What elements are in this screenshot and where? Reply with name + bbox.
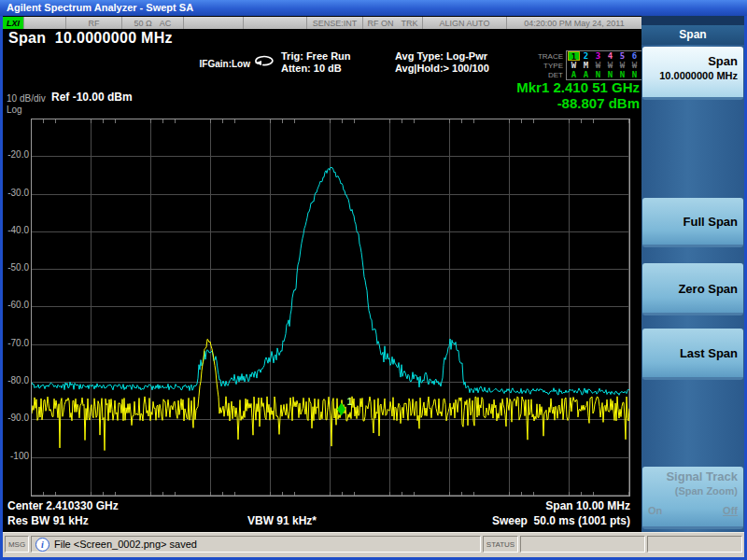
y-axis-label: -90.0	[5, 413, 29, 423]
sidebar-top-strip	[641, 16, 744, 25]
rf-label: RF	[89, 19, 100, 28]
log-label: Log	[7, 105, 22, 115]
trace-plot: 1	[32, 119, 629, 496]
trace-5-number: 5	[616, 51, 628, 61]
spectrum-analyzer-app: { "title_bar": { "title": "Agilent Spect…	[0, 0, 747, 560]
footer-center-freq: Center 2.410330 GHz	[7, 499, 119, 512]
trace-6-type: W	[628, 61, 641, 70]
trace-det-row: A A N N N N	[568, 70, 641, 79]
trace-label: TRACE	[526, 52, 563, 62]
signal-track-off-option: Off	[723, 505, 738, 516]
marker-readout-level: -88.807 dBm	[516, 95, 640, 111]
ref-level-label: Ref -10.00 dBm	[51, 91, 133, 104]
marker-1-label: 1	[347, 396, 353, 407]
trk-label: TRK	[402, 19, 418, 28]
atten-label: Atten: 10 dB	[281, 63, 351, 75]
softkey-span-value: 10.0000000 MHz	[648, 69, 738, 82]
softkey-menu: Span Span 10.0000000 MHz Full Span Zero …	[641, 16, 744, 532]
trace-5-det: N	[616, 70, 628, 79]
footer-rbw: Res BW 91 kHz	[7, 514, 89, 527]
scale-label: 10 dB/div	[7, 93, 46, 104]
footer-vbw: VBW 91 kHz*	[247, 514, 317, 527]
softkey-zero-span[interactable]: Zero Span	[642, 263, 743, 315]
softkey-last-span[interactable]: Last Span	[642, 329, 743, 380]
y-axis-label: -20.0	[5, 149, 29, 160]
trace-2-det: A	[580, 70, 592, 79]
y-axis-label: -30.0	[5, 188, 29, 198]
message-text: File <Screen_0002.png> saved	[54, 539, 197, 550]
status-empty-box	[520, 536, 645, 553]
span-readout: Span 10.0000000 MHz	[8, 30, 173, 47]
title-bar: Agilent Spectrum Analyzer - Swept SA	[0, 0, 747, 16]
type-label: TYPE	[526, 62, 563, 71]
footer-span: Span 10.00 MHz	[545, 499, 630, 512]
marker-readout-freq: Mkr1 2.410 51 GHz	[516, 79, 640, 95]
y-axis-label: -60.0	[5, 300, 29, 310]
y-axis-label: -100	[5, 451, 29, 461]
status-strip: LXI RF 50 Ω AC SENSE:INT RF ON TRK ALIGN…	[3, 17, 641, 29]
trace-1-det: A	[568, 70, 580, 79]
trace-6-number: 6	[628, 51, 641, 61]
trigger-info: Trig: Free Run Atten: 10 dB	[281, 50, 351, 75]
trace-4-det: N	[604, 70, 616, 79]
avg-hold-label: Avg|Hold:> 100/100	[395, 63, 489, 75]
status-label: STATUS	[483, 536, 518, 553]
softkey-full-span-label: Full Span	[648, 215, 738, 230]
trace-4-type: W	[604, 61, 616, 70]
trace-legend: TRACE TYPE DET 1 2 3 4 5 6 W M W W W W	[526, 50, 642, 80]
sense-label: SENSE:INT	[313, 19, 358, 28]
y-axis-label: -70.0	[5, 338, 29, 348]
status-segment-align: ALIGN AUTO	[423, 17, 507, 29]
softkey-signal-track[interactable]: Signal Track (Span Zoom) On Off	[642, 467, 743, 529]
trace-2-number: 2	[580, 51, 592, 61]
trace-1-type: W	[568, 61, 580, 70]
softkey-last-span-label: Last Span	[648, 346, 738, 361]
trace-3-type: W	[592, 61, 604, 70]
trace-2-line	[32, 339, 629, 450]
msg-label: MSG	[5, 536, 29, 553]
softkey-full-span[interactable]: Full Span	[642, 198, 743, 247]
graticule: 1	[31, 119, 630, 497]
status-empty-box	[647, 536, 742, 553]
trace-1-line	[32, 167, 629, 395]
trace-legend-labels: TRACE TYPE DET	[526, 50, 566, 80]
softkey-signal-track-onoff: On Off	[648, 505, 738, 516]
average-info: Avg Type: Log-Pwr Avg|Hold:> 100/100	[395, 50, 489, 75]
info-icon: i	[35, 538, 49, 552]
return-arrow-icon	[251, 53, 275, 66]
softkey-span[interactable]: Span 10.0000000 MHz	[642, 47, 743, 100]
status-segment-sense: SENSE:INT	[307, 17, 363, 29]
impedance-label: 50 Ω	[134, 19, 152, 28]
status-segment-rf: RF	[66, 17, 122, 29]
marker-readout: Mkr1 2.410 51 GHz -88.807 dBm	[516, 79, 640, 111]
status-segment-empty	[24, 17, 66, 29]
status-segment-input: 50 Ω AC	[122, 17, 184, 29]
ifgain-label: IFGain:Low	[152, 59, 250, 69]
lxi-badge: LXI	[3, 17, 24, 29]
status-segment-empty	[184, 17, 244, 29]
trace-type-row: W M W W W W	[568, 61, 641, 70]
softkey-signal-track-label: Signal Track	[648, 469, 738, 484]
status-segment-datetime: 04:20:00 PM May 24, 2011	[507, 17, 641, 29]
trace-3-number: 3	[592, 51, 604, 61]
avg-type-label: Avg Type: Log-Pwr	[395, 50, 489, 63]
trace-4-number: 4	[604, 51, 616, 61]
trace-legend-values: 1 2 3 4 5 6 W M W W W W A A N N N N	[566, 50, 642, 80]
status-bar: MSG i File <Screen_0002.png> saved STATU…	[3, 532, 744, 557]
softkey-span-label: Span	[648, 54, 738, 69]
marker-1-diamond	[337, 403, 345, 416]
screen: LXI RF 50 Ω AC SENSE:INT RF ON TRK ALIGN…	[3, 16, 641, 532]
softkey-signal-track-sublabel: (Span Zoom)	[648, 484, 738, 497]
status-segment-rfon-trk: RF ON TRK	[363, 17, 423, 29]
window-title: Agilent Spectrum Analyzer - Swept SA	[7, 2, 193, 13]
status-segment-empty	[244, 17, 307, 29]
trace-2-type: M	[580, 61, 592, 70]
trace-number-row: 1 2 3 4 5 6	[568, 51, 641, 61]
y-axis-label: -40.0	[5, 225, 29, 235]
rf-on-label: RF ON	[368, 19, 394, 28]
align-label: ALIGN AUTO	[440, 19, 490, 28]
sidebar-menu-title: Span	[641, 25, 744, 45]
trace-3-det: N	[592, 70, 604, 79]
message-box: i File <Screen_0002.png> saved	[31, 536, 481, 553]
softkey-zero-span-label: Zero Span	[648, 282, 738, 297]
